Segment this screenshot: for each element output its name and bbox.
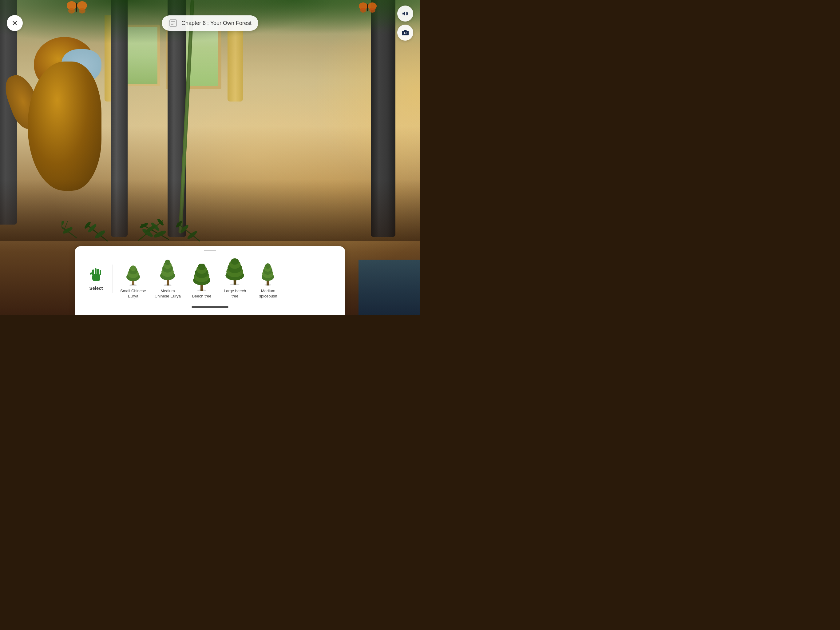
ground-dark <box>0 180 420 241</box>
tree-image-medium-chinese-eurya <box>155 258 180 286</box>
svg-point-66 <box>198 264 205 270</box>
sound-button[interactable] <box>397 6 413 22</box>
svg-rect-45 <box>97 269 99 275</box>
tree-name-small-chinese-eurya: Small ChineseEurya <box>120 288 146 299</box>
svg-point-80 <box>265 263 271 269</box>
svg-rect-44 <box>95 268 96 275</box>
tree-svg-beech <box>189 264 214 291</box>
panel-content: Select Small Chin <box>75 256 345 301</box>
select-label: Select <box>89 285 103 291</box>
tree-name-medium-chinese-eurya: MediumChinese Eurya <box>155 288 181 299</box>
svg-point-59 <box>165 260 171 265</box>
select-section: Select <box>82 264 113 293</box>
tree-item-large-beech-tree[interactable]: Large beechtree <box>223 258 247 299</box>
tree-name-large-beech-tree: Large beechtree <box>224 288 246 299</box>
svg-point-67 <box>197 290 206 291</box>
tree-svg-medium-eurya <box>156 258 179 286</box>
chapter-title-text: Chapter 6 : Your Own Forest <box>182 20 251 27</box>
tree-item-beech-tree[interactable]: Beech tree <box>189 264 214 299</box>
tree-item-small-chinese-eurya[interactable]: Small ChineseEurya <box>120 258 146 299</box>
tree-item-medium-chinese-eurya[interactable]: MediumChinese Eurya <box>155 258 181 299</box>
hand-icon <box>88 267 104 283</box>
tree-image-large-beech-tree <box>223 258 247 286</box>
tree-svg-spicebush <box>257 261 279 286</box>
svg-marker-39 <box>403 11 405 16</box>
tree-image-small-chinese-eurya <box>121 258 145 286</box>
home-indicator[interactable] <box>191 306 229 308</box>
panel-handle[interactable] <box>204 250 216 251</box>
chapter-title-pill: Chapter 6 : Your Own Forest <box>162 15 258 31</box>
tree-name-beech-tree: Beech tree <box>192 294 212 299</box>
camera-icon <box>401 29 409 36</box>
tree-svg-small <box>122 261 144 286</box>
tree-image-medium-spicebush <box>256 258 280 286</box>
tree-svg-large-beech <box>223 258 247 286</box>
camera-button[interactable] <box>397 25 413 41</box>
svg-rect-46 <box>99 270 101 275</box>
tree-name-medium-spicebush: Mediumspicebush <box>259 288 277 299</box>
svg-point-60 <box>164 284 172 286</box>
water-area <box>358 260 420 315</box>
svg-point-41 <box>405 32 406 34</box>
trees-section: Small ChineseEurya MediumChinese Eurya <box>113 256 338 301</box>
tree-image-beech-tree <box>189 264 214 291</box>
svg-point-53 <box>129 284 137 286</box>
svg-point-81 <box>264 284 271 286</box>
bottom-panel: Select Small Chin <box>75 246 345 315</box>
tree-item-medium-spicebush[interactable]: Mediumspicebush <box>256 258 280 299</box>
close-button[interactable] <box>7 15 23 31</box>
svg-point-38 <box>169 21 170 22</box>
sound-icon <box>401 10 409 17</box>
top-bar: Chapter 6 : Your Own Forest <box>0 0 420 46</box>
svg-point-73 <box>231 258 238 265</box>
chapter-icon <box>169 19 178 28</box>
svg-point-52 <box>130 266 136 271</box>
monkey-body <box>28 62 101 191</box>
right-controls <box>397 6 413 41</box>
svg-point-74 <box>230 283 240 285</box>
hand-svg <box>89 267 103 283</box>
